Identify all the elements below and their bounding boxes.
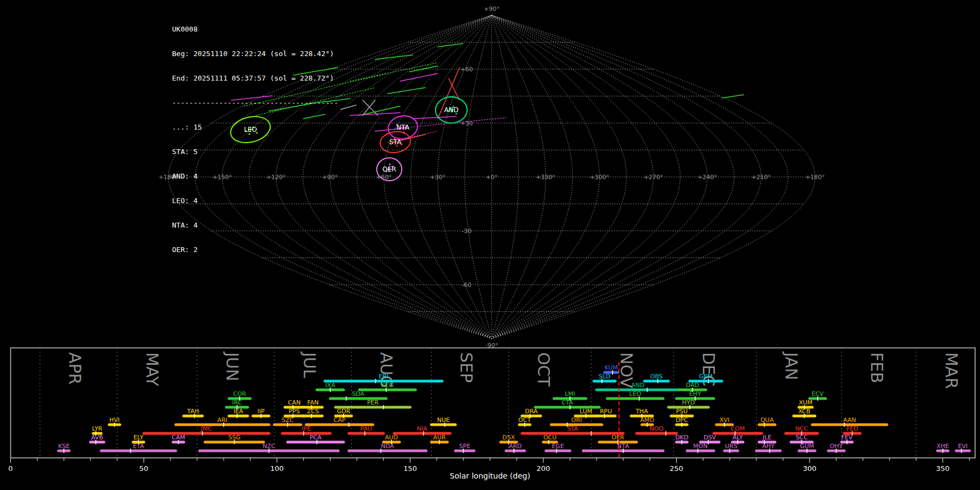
shower-label: ARD [509, 443, 522, 450]
station-id: UK0008 [172, 25, 338, 33]
shower-label: AUD [385, 434, 398, 441]
shower-nda: NDA [349, 443, 426, 453]
shower-label: TAH [187, 408, 199, 415]
shower-label: LEO [629, 390, 641, 397]
shower-label: XHE [936, 443, 949, 450]
shower-dkd: DKD [675, 434, 688, 444]
shower-label: ZCS [307, 408, 319, 415]
shower-hyd: HYD [669, 399, 708, 409]
shower-oct: OCT [518, 416, 531, 427]
observation-header: UK0008 Beg: 20251110 22:22:24 (sol = 228… [172, 9, 338, 270]
count-oer: OER: 2 [172, 246, 338, 254]
end-time: End: 20251111 05:37:57 (sol = 228.72°) [172, 74, 338, 82]
shower-label: HVI [109, 416, 120, 424]
shower-label: DAD [686, 382, 699, 389]
shower-pca: PCA [287, 434, 344, 444]
shower-label: NUE [437, 416, 450, 424]
shower-label: IPE [302, 425, 311, 432]
shower-obs: OBS [645, 373, 669, 383]
shower-label: DRA [525, 408, 538, 415]
shower-label: ALY [733, 434, 743, 441]
shower-label: THA [635, 408, 648, 415]
shower-mon: MON [687, 443, 714, 453]
shower-label: AHY [762, 443, 775, 450]
shower-label: NDA [381, 443, 395, 450]
shower-cam: CAM [171, 434, 185, 444]
shower-label: COR [233, 390, 246, 397]
shower-label: LMI [565, 390, 575, 397]
shower-label: ECV [812, 390, 824, 397]
shower-kse: KSE [58, 443, 70, 453]
shower-label: NOO [650, 425, 664, 432]
shower-label: SDA [352, 390, 365, 397]
shower-label: KCG [381, 382, 394, 389]
shower-noo: NOO [636, 425, 676, 436]
shower-label: STA [567, 425, 579, 432]
shower-label: JLE [762, 434, 771, 441]
shower-ixa: IXA [317, 382, 344, 392]
shower-nue: NUE [431, 416, 455, 427]
shower-label: EVI [958, 443, 968, 450]
shower-label: OHY [830, 443, 843, 450]
month-label: APR [65, 352, 84, 384]
shower-gum: GUM [799, 443, 815, 453]
shower-avb: AVB [90, 434, 103, 444]
shower-label: ARI [217, 416, 227, 424]
shower-label: PAU [360, 425, 372, 432]
shower-xvi: XVI [716, 416, 732, 427]
shower-label: PPS [289, 408, 299, 415]
count-nta: NTA: 4 [172, 221, 338, 229]
shower-label: AUR [433, 434, 446, 441]
shower-label: KUM [604, 364, 617, 371]
shower-label: IXA [325, 382, 335, 389]
shower-evi: EVI [956, 443, 969, 453]
shower-label: PCA [310, 434, 322, 441]
shower-label: SSG [228, 434, 241, 441]
shower-label: PER [367, 399, 379, 406]
shower-label: KSE [58, 443, 70, 450]
shower-aur: AUR [431, 434, 447, 444]
shower-label: NCC [795, 425, 808, 432]
shower-sld: SLD [594, 373, 615, 383]
shower-label: IIP [258, 408, 265, 415]
shower-label: DPC [676, 416, 688, 424]
shower-label: FEV [841, 434, 853, 441]
count-sta: STA: 5 [172, 148, 338, 156]
shower-iip: IIP [253, 408, 269, 418]
shower-label: SLD [599, 373, 611, 380]
shower-leo: LEO [607, 390, 663, 401]
shower-label: SCC [795, 434, 808, 441]
shower-label: CAN [288, 399, 301, 406]
shower-fev: FEV [841, 434, 853, 444]
shower-zcs: ZCS [304, 408, 322, 418]
shower-label: LYR [92, 425, 102, 432]
shower-xhe: XHE [936, 443, 949, 453]
activity-timeline-chart: APRMAYJUNJULAUGSEPOCTNOVDECJANFEBMAR0501… [0, 0, 980, 490]
shower-pau: PAU [349, 425, 384, 436]
count-unclassified: ...: 15 [172, 123, 338, 131]
shower-label: ETA [133, 443, 144, 450]
shower-iea: IEA [229, 408, 248, 418]
month-label: JAN [782, 351, 801, 380]
shower-label: OCU [543, 434, 556, 441]
shower-label: AVB [91, 434, 103, 441]
shower-label: CAP [334, 416, 346, 424]
shower-label: AAN [843, 416, 856, 424]
shower-label: EGE [552, 443, 564, 450]
shower-label: ORI [571, 416, 582, 424]
shower-label: MON [693, 443, 707, 450]
shower-urs: URS [725, 443, 738, 453]
month-label: JUN [223, 351, 242, 381]
shower-label: OCT [518, 416, 531, 424]
shower-ahy: AHY [756, 443, 780, 453]
shower-szc: SZC [274, 416, 301, 427]
shower-label: CTA [561, 399, 573, 406]
shower-label: CAM [171, 434, 185, 441]
begin-time: Beg: 20251110 22:22:24 (sol = 228.42°) [172, 50, 338, 58]
shower-label: RPU [600, 408, 612, 415]
shower-label: GDR [337, 408, 351, 415]
shower-label: AMO [640, 416, 654, 424]
shower-label: PSU [676, 408, 688, 415]
month-label: JUL [300, 351, 319, 378]
shower-qua: QUA [759, 416, 775, 427]
